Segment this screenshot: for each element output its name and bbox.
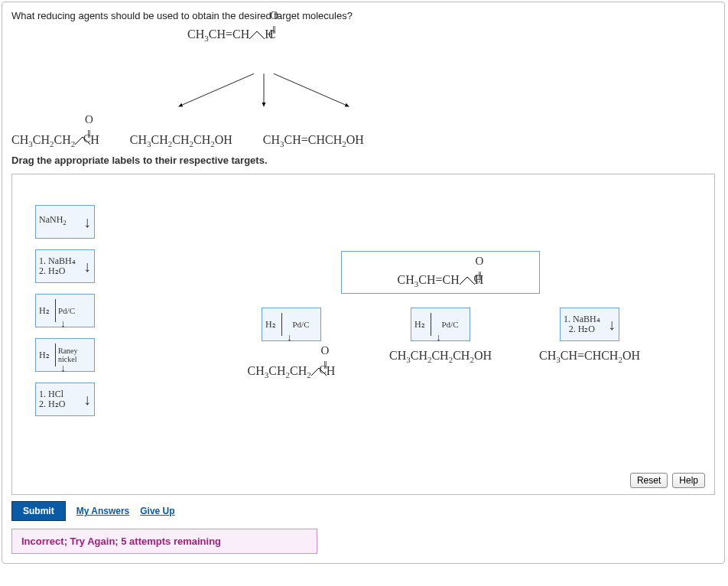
question-text: What reducing agents should be used to o… (11, 10, 715, 21)
arrow-down-icon: ↓ (83, 262, 91, 271)
target-1[interactable]: H₂ Pd/C ↓ O‖ CH3CH2CH2H C (226, 308, 356, 379)
starting-material-box: O‖ CH3CH=CHH C (341, 251, 540, 294)
product-left: O‖ CH3CH2CH2H C (11, 118, 99, 148)
give-up-link[interactable]: Give Up (140, 506, 174, 516)
help-button[interactable]: Help (672, 473, 705, 488)
placed-label-3[interactable]: 1. NaBH₄2. H₂O ↓ (560, 308, 619, 341)
label-hcl[interactable]: 1. HCl2. H₂O ↓ (35, 383, 95, 416)
arrow-down-icon: ↓ (436, 333, 441, 342)
svg-line-0 (249, 31, 257, 39)
question-container: What reducing agents should be used to o… (2, 2, 725, 564)
target-3[interactable]: 1. NaBH₄2. H₂O ↓ CH3CH=CHCH2OH (525, 308, 655, 364)
placed-label-2[interactable]: H₂ Pd/C ↓ (411, 308, 470, 341)
svg-line-1 (257, 31, 265, 39)
target-2[interactable]: H₂ Pd/C ↓ CH3CH2CH2CH2OH (375, 308, 505, 364)
product-middle: CH3CH2CH2CH2OH (130, 133, 232, 148)
work-area-footer: Reset Help (630, 473, 705, 488)
arrow-down-icon: ↓ (287, 333, 292, 342)
drag-instruction: Drag the appropriate labels to their res… (11, 155, 715, 166)
my-answers-link[interactable]: My Answers (76, 506, 130, 516)
svg-line-4 (274, 73, 349, 106)
target-2-molecule: CH3CH2CH2CH2OH (375, 349, 505, 364)
starting-material: CH3CH=CHH O‖ C (187, 28, 274, 43)
submit-button[interactable]: Submit (11, 501, 66, 521)
target-area: O‖ CH3CH=CHH C H₂ Pd/C ↓ O‖ CH3CH2CH2H (226, 251, 655, 379)
svg-line-9 (311, 368, 319, 376)
product-right: CH3CH=CHCH2OH (263, 133, 364, 148)
arrow-down-icon: ↓ (608, 320, 616, 329)
svg-line-5 (75, 137, 83, 145)
reset-button[interactable]: Reset (630, 473, 668, 488)
target-3-molecule: CH3CH=CHCH2OH (525, 349, 655, 364)
label-h2-pdc[interactable]: H₂ Pd/C ↓ (35, 294, 95, 327)
label-h2-raney[interactable]: H₂ Raney nickel ↓ (35, 338, 95, 372)
arrow-down-icon: ↓ (60, 319, 66, 328)
label-nabh4[interactable]: 1. NaBH₄2. H₂O ↓ (35, 249, 95, 283)
placed-label-1[interactable]: H₂ Pd/C ↓ (262, 308, 321, 341)
target-1-molecule: O‖ CH3CH2CH2H C (248, 349, 336, 379)
label-nanh2[interactable]: NaNH2 ↓ (35, 205, 95, 239)
arrow-down-icon: ↓ (83, 217, 91, 226)
svg-line-7 (460, 277, 467, 285)
arrow-down-icon: ↓ (60, 363, 66, 373)
svg-line-2 (179, 73, 255, 106)
submit-row: Submit My Answers Give Up (11, 501, 715, 521)
arrow-down-icon: ↓ (83, 395, 91, 404)
labels-palette: NaNH2 ↓ 1. NaBH₄2. H₂O ↓ H₂ Pd/C ↓ H₂ Ra… (35, 205, 95, 416)
feedback-message: Incorrect; Try Again; 5 attempts remaini… (11, 529, 317, 554)
work-area: NaNH2 ↓ 1. NaBH₄2. H₂O ↓ H₂ Pd/C ↓ H₂ Ra… (11, 174, 715, 495)
reaction-diagram: CH3CH=CHH O‖ C O‖ CH3CH2CH2H C (11, 28, 715, 150)
reaction-arrows (119, 70, 409, 116)
